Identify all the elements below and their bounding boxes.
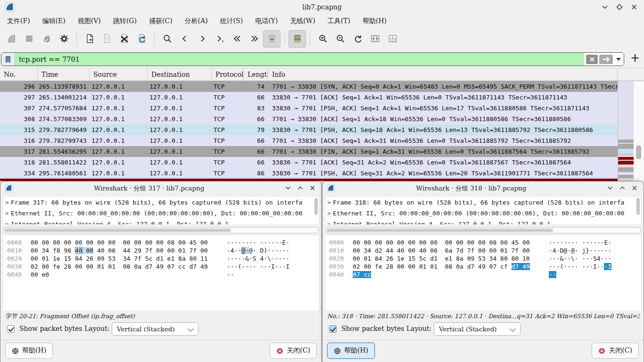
tree-row[interactable]: >Ethernet II, Src: 00:00:00_00:00:00 (00…: [325, 208, 641, 219]
show-packet-bytes-checkbox[interactable]: [7, 325, 15, 333]
goto-packet-button[interactable]: [211, 30, 228, 48]
column-header[interactable]: Length: [244, 68, 268, 81]
zoom-in-button[interactable]: [314, 30, 331, 48]
expand-arrow-icon[interactable]: >: [325, 219, 333, 224]
column-header[interactable]: Source: [90, 68, 148, 81]
tree-row[interactable]: >Internet Protocol Version 4, Src: 127.0…: [3, 219, 319, 224]
help-button[interactable]: 帮助(H): [327, 343, 375, 359]
packet-list-scrollbar[interactable]: [634, 81, 644, 181]
hex-line[interactable]: 001000 34 d2 44 40 00 40 06 6a 7d 7f 00 …: [325, 247, 641, 255]
table-row[interactable]: 316279.782799743127.0.0.1127.0.0.1TCP667…: [0, 135, 618, 146]
expand-arrow-icon[interactable]: >: [3, 208, 11, 219]
hex-line[interactable]: 002000 01 1e 15 84 26 09 53 34 7f 5c d1 …: [3, 255, 319, 263]
hex-line[interactable]: 002000 01 84 26 1e 15 5c d1 e1 8a 09 53 …: [325, 255, 641, 263]
hex-line[interactable]: 000000 00 00 00 00 00 00 00 00 00 00 00 …: [3, 239, 319, 247]
scrollbar-handle[interactable]: [5, 229, 231, 232]
menu-item[interactable]: 编辑(E): [36, 14, 72, 27]
table-row[interactable]: 317281.554636295127.0.0.1127.0.0.1TCP667…: [0, 146, 618, 157]
layout-pane-button[interactable]: 123: [384, 30, 401, 48]
filter-input[interactable]: tcp.port == 7701: [15, 53, 584, 66]
packet-bytes-pane[interactable]: 000000 00 00 00 00 00 00 00 00 00 00 00 …: [325, 236, 641, 311]
column-header[interactable]: No.: [0, 68, 38, 81]
dialog-minimize-icon[interactable]: [606, 184, 614, 192]
stop-capture-button[interactable]: [20, 30, 38, 48]
colorize-packets-button[interactable]: [289, 30, 306, 48]
column-header[interactable]: Destination: [148, 68, 212, 81]
hex-line[interactable]: 004000 e0··: [3, 271, 319, 279]
column-header[interactable]: Info: [268, 68, 618, 81]
save-file-button[interactable]: [98, 30, 116, 48]
start-capture-button[interactable]: [3, 30, 20, 48]
menu-item[interactable]: 文件(F): [1, 14, 36, 27]
expand-arrow-icon[interactable]: >: [325, 197, 333, 208]
expand-arrow-icon[interactable]: >: [3, 219, 11, 224]
maximize-icon[interactable]: [614, 2, 625, 12]
tree-row[interactable]: >Frame 318: 66 bytes on wire (528 bits),…: [325, 197, 641, 208]
expand-arrow-icon[interactable]: >: [3, 197, 11, 208]
menu-item[interactable]: 分析(A): [179, 14, 214, 27]
hex-line[interactable]: 004007 cc··: [325, 271, 641, 279]
close-button[interactable]: 关闭(C): [592, 343, 639, 359]
packet-bytes-pane[interactable]: 000000 00 00 00 00 00 00 00 00 00 00 00 …: [3, 236, 319, 311]
resize-columns-button[interactable]: [366, 30, 384, 48]
table-row[interactable]: 315279.782779649127.0.0.1127.0.0.1TCP793…: [0, 124, 618, 135]
hex-line[interactable]: 003002 00 fe 28 00 00 01 01 08 0a d7 49 …: [3, 263, 319, 271]
zoom-out-button[interactable]: [331, 30, 349, 48]
table-row[interactable]: 318281.558011422127.0.0.1127.0.0.1TCP663…: [0, 157, 618, 168]
dialog-maximize-icon[interactable]: [296, 184, 305, 192]
zoom-reset-button[interactable]: [349, 30, 366, 48]
table-row[interactable]: 297265.134001214127.0.0.1127.0.0.1TCP663…: [0, 92, 618, 103]
tree-horizontal-scrollbar[interactable]: [325, 227, 641, 233]
dialog-close-icon[interactable]: [308, 184, 317, 192]
intelligent-scrollbar-minimap[interactable]: [618, 81, 634, 181]
menu-item[interactable]: 电话(Y): [249, 14, 284, 27]
dialog-maximize-icon[interactable]: [618, 184, 627, 192]
menu-item[interactable]: 帮助(H): [356, 14, 393, 27]
table-row[interactable]: 308274.577083309127.0.0.1127.0.0.1TCP667…: [0, 114, 618, 124]
minimize-icon[interactable]: [600, 2, 610, 12]
find-packet-button[interactable]: [158, 30, 176, 48]
table-row[interactable]: 334295.761480561127.0.0.1127.0.0.1TCP863…: [0, 168, 618, 179]
close-icon[interactable]: [629, 2, 639, 12]
next-packet-button[interactable]: [193, 30, 211, 48]
layout-select[interactable]: Vertical (Stacked): [112, 322, 198, 336]
close-button[interactable]: 关闭(C): [270, 343, 317, 359]
filter-bookmark-button[interactable]: [1, 53, 15, 66]
table-row[interactable]: 296265.133978931127.0.0.1127.0.0.1TCP747…: [0, 81, 618, 92]
menu-item[interactable]: 工具(T): [322, 14, 356, 27]
previous-packet-button[interactable]: [176, 30, 193, 48]
display-filter-field[interactable]: tcp.port == 7701: [1, 52, 624, 66]
column-header[interactable]: Time: [38, 68, 90, 81]
capture-options-button[interactable]: [55, 30, 73, 48]
tree-row[interactable]: >Ethernet II, Src: 00:00:00_00:00:00 (00…: [3, 208, 319, 219]
tree-horizontal-scrollbar[interactable]: [3, 227, 319, 233]
add-filter-button[interactable]: +: [629, 51, 641, 65]
reload-file-button[interactable]: [133, 30, 150, 48]
first-packet-button[interactable]: [228, 30, 246, 48]
menu-item[interactable]: 统计(S): [214, 14, 249, 27]
menu-item[interactable]: 视图(V): [72, 14, 107, 27]
menu-item[interactable]: 跳转(G): [107, 14, 143, 27]
dialog-close-icon[interactable]: [630, 184, 639, 192]
scrollbar-handle[interactable]: [636, 145, 641, 159]
clear-filter-button[interactable]: [586, 55, 598, 64]
filter-dropdown-icon[interactable]: [616, 58, 621, 61]
hex-line[interactable]: 001000 34 f8 98 40 00 40 06 44 29 7f 00 …: [3, 247, 319, 255]
open-file-button[interactable]: [81, 30, 98, 48]
hex-line[interactable]: 003002 00 fe 28 00 00 01 01 08 0a d7 49 …: [325, 263, 641, 271]
menu-item[interactable]: 捕获(C): [143, 14, 179, 27]
restart-capture-button[interactable]: [38, 30, 55, 48]
menu-item[interactable]: 无线(W): [284, 14, 321, 27]
scrollbar-handle[interactable]: [327, 229, 553, 232]
close-file-button[interactable]: [116, 30, 133, 48]
table-row[interactable]: 307274.577057684127.0.0.1127.0.0.1TCP833…: [0, 103, 618, 114]
help-button[interactable]: 帮助(H): [5, 343, 53, 359]
tree-scrollbar-handle[interactable]: [314, 198, 318, 215]
expand-arrow-icon[interactable]: >: [325, 208, 333, 219]
tree-row[interactable]: >Internet Protocol Version 4, Src: 127.0…: [325, 219, 641, 224]
last-packet-button[interactable]: [246, 30, 263, 48]
apply-filter-button[interactable]: [599, 55, 613, 64]
dialog-minimize-icon[interactable]: [284, 184, 292, 192]
auto-scroll-button[interactable]: [263, 30, 281, 48]
tree-row[interactable]: >Frame 317: 66 bytes on wire (528 bits),…: [3, 197, 319, 208]
